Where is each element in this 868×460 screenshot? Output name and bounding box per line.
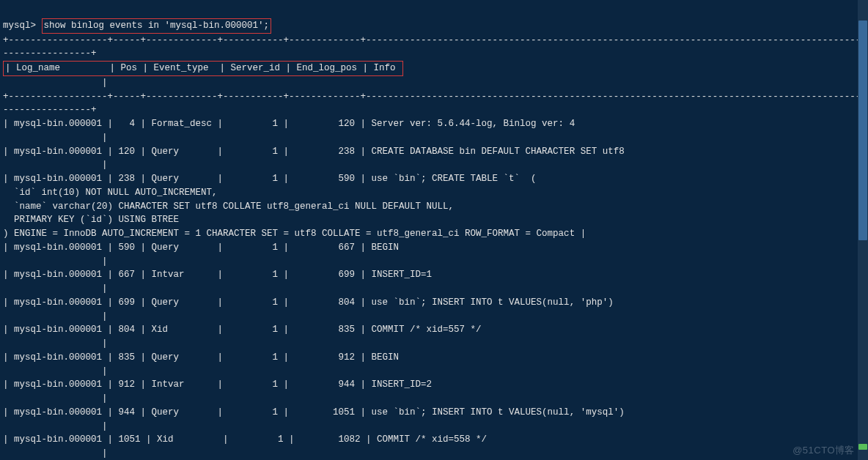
table-rows: | mysql-bin.000001 | 4 | Format_desc | 1… — [3, 117, 865, 460]
table-border-top: +------------------+-----+-------------+… — [3, 35, 868, 45]
watermark-text: @51CTO博客 — [792, 443, 855, 458]
scrollbar-track[interactable] — [858, 0, 868, 460]
mysql-prompt: mysql> — [3, 21, 36, 31]
table-header-highlight: | Log_name | Pos | Event_type | Server_i… — [3, 61, 403, 76]
table-border-mid: +------------------+-----+-------------+… — [3, 92, 868, 102]
table-border-top-tail: ----------------+ — [3, 48, 97, 59]
sql-command-highlight: show binlog events in 'mysql-bin.000001'… — [42, 18, 272, 34]
scrollbar-thumb[interactable] — [858, 21, 867, 240]
table-header-tail: | — [3, 78, 108, 88]
scrollbar-end-indicator — [858, 444, 867, 450]
terminal-output: mysql> show binlog events in 'mysql-bin.… — [0, 0, 868, 460]
table-border-mid-tail: ----------------+ — [3, 105, 97, 115]
